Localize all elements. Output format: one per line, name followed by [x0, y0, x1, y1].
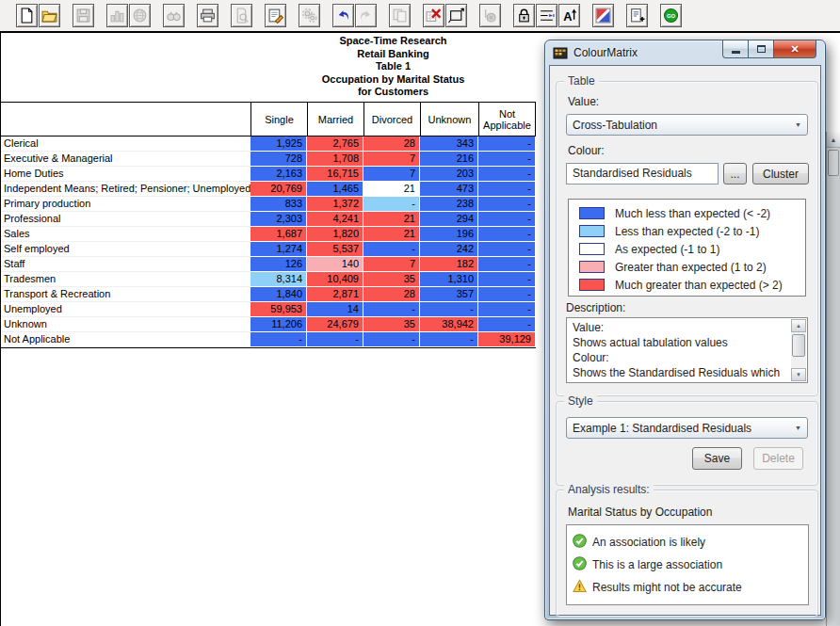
table-cell[interactable]: 2,163: [250, 167, 307, 182]
table-cell[interactable]: 16,715: [307, 167, 363, 182]
table-cell[interactable]: 728: [250, 152, 307, 167]
open-table-button[interactable]: [39, 4, 60, 27]
table-cell[interactable]: -: [307, 332, 363, 347]
print-button[interactable]: [197, 4, 218, 27]
undo-button[interactable]: [332, 4, 354, 27]
table-cell[interactable]: 203: [420, 167, 478, 182]
table-cell[interactable]: -: [478, 197, 536, 212]
table-cell[interactable]: 242: [420, 242, 478, 257]
new-document-button[interactable]: [16, 4, 38, 27]
table-cell[interactable]: 28: [363, 287, 420, 302]
table-cell[interactable]: 10,409: [307, 272, 363, 287]
font-size-button[interactable]: A: [558, 4, 580, 27]
table-cell[interactable]: 1,465: [307, 182, 363, 197]
maximize-button[interactable]: [749, 40, 774, 58]
table-cell[interactable]: 2,303: [250, 212, 307, 227]
row-label[interactable]: Executive & Managerial: [1, 152, 250, 167]
reshape-table-button[interactable]: [445, 4, 467, 27]
table-cell[interactable]: 140: [307, 257, 363, 272]
table-cell[interactable]: 35: [363, 272, 420, 287]
table-cell[interactable]: -: [478, 242, 536, 257]
table-cell[interactable]: -: [363, 332, 420, 347]
edit-annotations-button[interactable]: [265, 4, 286, 27]
save-button[interactable]: Save: [692, 447, 742, 470]
close-button[interactable]: ✕: [774, 40, 816, 58]
table-cell[interactable]: 7: [363, 152, 420, 167]
table-cell[interactable]: -: [478, 257, 536, 272]
table-cell[interactable]: 35: [363, 317, 420, 332]
table-cell[interactable]: -: [363, 197, 420, 212]
table-cell[interactable]: 1,687: [250, 227, 307, 242]
table-cell[interactable]: -: [363, 302, 420, 317]
table-cell[interactable]: -: [478, 317, 536, 332]
table-cell[interactable]: 5,537: [307, 242, 363, 257]
dialog-titlebar[interactable]: ColourMatrix: [545, 40, 638, 65]
row-label[interactable]: Independent Means; Retired; Pensioner; U…: [1, 182, 250, 197]
table-cell[interactable]: -: [478, 136, 536, 152]
colour-matrix-button[interactable]: [592, 4, 614, 27]
table-cell[interactable]: 1,820: [307, 227, 363, 242]
table-cell[interactable]: 1,274: [250, 242, 307, 257]
scrollbar-thumb[interactable]: [828, 150, 839, 176]
row-label[interactable]: Unemployed: [1, 302, 250, 317]
go-button[interactable]: GO: [660, 4, 682, 27]
table-cell[interactable]: 357: [420, 287, 478, 302]
row-label[interactable]: Clerical: [1, 136, 250, 152]
table-cell[interactable]: 1,840: [250, 287, 307, 302]
table-cell[interactable]: 20,769: [250, 182, 307, 197]
table-cell[interactable]: 59,953: [250, 302, 307, 317]
table-cell[interactable]: -: [250, 332, 307, 347]
table-cell[interactable]: -: [478, 167, 536, 182]
row-label[interactable]: Not Applicable: [1, 332, 250, 347]
browse-button[interactable]: ...: [723, 163, 747, 185]
table-cell[interactable]: -: [478, 302, 536, 317]
table-cell[interactable]: 24,679: [307, 317, 363, 332]
table-cell[interactable]: 196: [420, 227, 478, 242]
table-cell[interactable]: 38,942: [420, 317, 478, 332]
add-annotation-button[interactable]: [626, 4, 648, 27]
value-combobox[interactable]: Cross-Tabulation ▼: [566, 114, 808, 136]
row-label[interactable]: Sales: [1, 227, 250, 242]
row-label[interactable]: Professional: [1, 212, 250, 227]
column-header[interactable]: Not Applicable: [478, 103, 536, 136]
scroll-up-arrow-icon[interactable]: ▲: [827, 132, 840, 148]
colour-field[interactable]: Standardised Residuals: [566, 163, 719, 185]
column-header[interactable]: Unknown: [420, 103, 478, 136]
scroll-up-arrow-icon[interactable]: ▲: [791, 319, 806, 332]
table-cell[interactable]: -: [420, 332, 478, 347]
table-cell[interactable]: -: [478, 227, 536, 242]
table-cell[interactable]: 1,708: [307, 152, 363, 167]
lock-table-button[interactable]: [513, 4, 535, 27]
table-cell[interactable]: 216: [420, 152, 478, 167]
table-cell[interactable]: 2,765: [307, 136, 363, 152]
table-cell[interactable]: 1,925: [250, 136, 307, 152]
column-header[interactable]: Divorced: [363, 103, 420, 136]
row-label[interactable]: Primary production: [1, 197, 250, 212]
table-cell[interactable]: 28: [363, 136, 420, 152]
table-cell[interactable]: -: [478, 152, 536, 167]
table-cell[interactable]: 14: [307, 302, 363, 317]
row-label[interactable]: Self employed: [1, 242, 250, 257]
table-cell[interactable]: 21: [363, 212, 420, 227]
table-cell[interactable]: -: [478, 287, 536, 302]
table-cell[interactable]: 7: [363, 257, 420, 272]
row-label[interactable]: Tradesmen: [1, 272, 250, 287]
column-header[interactable]: Single: [250, 103, 307, 136]
style-combobox[interactable]: Example 1: Standardised Residuals ▼: [566, 417, 808, 439]
row-label[interactable]: Home Duties: [1, 167, 250, 182]
cluster-button[interactable]: Cluster: [752, 163, 809, 185]
field-arrange-button[interactable]: [536, 4, 557, 27]
delete-selection-button[interactable]: [423, 4, 444, 27]
description-scrollbar[interactable]: ▲ ▼: [791, 319, 806, 381]
column-header[interactable]: Married: [307, 103, 363, 136]
table-cell[interactable]: 2,871: [307, 287, 363, 302]
scrollbar-thumb[interactable]: [792, 334, 805, 357]
table-cell[interactable]: -: [478, 212, 536, 227]
table-cell[interactable]: 21: [363, 182, 420, 197]
table-cell[interactable]: 473: [420, 182, 478, 197]
table-cell[interactable]: -: [478, 272, 536, 287]
table-cell[interactable]: -: [420, 302, 478, 317]
table-cell[interactable]: 7: [363, 167, 420, 182]
minimize-button[interactable]: [722, 40, 749, 58]
table-cell[interactable]: 238: [420, 197, 478, 212]
